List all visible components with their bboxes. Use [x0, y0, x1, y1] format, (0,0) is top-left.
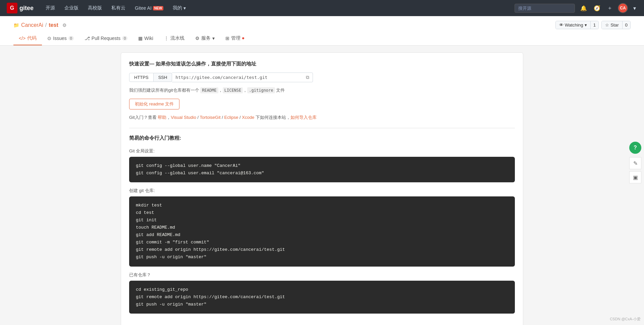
- license-code: LICENSE: [223, 87, 243, 93]
- logo-text: gitee: [19, 5, 34, 12]
- tab-pipeline[interactable]: ⋮ 流水线: [159, 32, 190, 45]
- star-icon: ☆: [605, 22, 609, 28]
- recommend-text: 我们强烈建议所有的git仓库都有一个 README，LICENSE，.gitig…: [129, 87, 515, 94]
- logo-icon: G: [7, 3, 17, 13]
- wiki-icon: ▦: [138, 36, 143, 41]
- star-main-btn[interactable]: ☆ Star: [602, 21, 622, 29]
- tab-manage[interactable]: ⊞ 管理: [220, 32, 250, 45]
- pr-icon: ⎇: [85, 36, 90, 41]
- footer-watermark: CSDN @CxA-小爱: [610, 317, 641, 322]
- tab-service[interactable]: ⚙ 服务 ▾: [190, 32, 220, 45]
- nav-mine[interactable]: 我的 ▾: [169, 3, 190, 13]
- help-float-btn[interactable]: ?: [629, 142, 641, 154]
- nav-right: 🔔 🧭 ＋ CA ▾: [515, 3, 637, 13]
- explore-icon[interactable]: 🧭: [592, 4, 602, 13]
- url-container: ⧉: [172, 73, 313, 82]
- copy-icon[interactable]: ⧉: [306, 75, 309, 80]
- search-input[interactable]: [515, 4, 575, 13]
- import-link[interactable]: 如何导入仓库: [290, 115, 317, 120]
- git-global-code: git config --global user.name "CancerAi"…: [129, 157, 515, 182]
- edit-float-btn[interactable]: ✎: [629, 157, 641, 169]
- xcode-link[interactable]: Xcode: [242, 115, 254, 120]
- notification-bell-icon[interactable]: 🔔: [579, 4, 588, 13]
- manage-dot: [242, 37, 244, 39]
- protocol-selector: HTTPS SSH ⧉: [129, 73, 515, 82]
- repo-tabs: </> 代码 ⊙ Issues 0 ⎇ Pull Requests 0 ▦ Wi…: [13, 32, 631, 45]
- star-count-btn[interactable]: 0: [623, 21, 630, 29]
- tab-issues-label: Issues: [53, 36, 66, 41]
- create-repo-code: mkdir test cd test git init touch README…: [129, 196, 515, 267]
- watch-button: 👁 Watching ▾ 1: [555, 21, 599, 29]
- floating-buttons: ? ✎ ▣: [629, 142, 644, 183]
- nav-open-source[interactable]: 开源: [42, 3, 59, 13]
- add-icon[interactable]: ＋: [606, 3, 614, 13]
- tab-pr-label: Pull Requests: [92, 36, 120, 41]
- service-dropdown-icon: ▾: [212, 36, 215, 41]
- tab-pipeline-label: 流水线: [170, 35, 184, 41]
- gitee-ai-label: Gitee AI: [135, 5, 152, 11]
- readme-code: README: [200, 87, 218, 93]
- watch-main-btn[interactable]: 👁 Watching ▾: [556, 21, 591, 29]
- tab-wiki-label: Wiki: [144, 36, 153, 41]
- existing-repo-title: 已有仓库？: [129, 272, 515, 278]
- quick-setup-card: 快速设置— 如果你知道该怎么操作，直接使用下面的地址 HTTPS SSH ⧉ 我…: [121, 52, 523, 325]
- help-link[interactable]: 帮助: [158, 115, 166, 120]
- tab-manage-label: 管理: [231, 35, 240, 41]
- tab-code[interactable]: </> 代码: [13, 32, 42, 45]
- init-readme-btn[interactable]: 初始化 readme 文件: [129, 99, 179, 109]
- code-icon: </>: [19, 36, 25, 41]
- nav-enterprise[interactable]: 企业版: [60, 3, 83, 13]
- top-navigation: G gitee 开源 企业版 高校版 私有云 Gitee AI NEW 我的 ▾…: [0, 0, 644, 16]
- new-badge: NEW: [153, 6, 163, 10]
- create-repo-title: 创建 git 仓库:: [129, 188, 515, 194]
- breadcrumb: 📁 CancerAi / test ⚙: [13, 22, 67, 28]
- monitor-float-btn[interactable]: ▣: [629, 171, 641, 183]
- divider-1: [129, 128, 515, 128]
- watch-label: Watching: [565, 22, 583, 28]
- visual-studio-link[interactable]: Visual Studio: [171, 115, 196, 120]
- service-icon: ⚙: [195, 36, 200, 41]
- nav-links: 开源 企业版 高校版 私有云 Gitee AI NEW 我的 ▾: [42, 3, 515, 13]
- git-global-title: Git 全局设置:: [129, 148, 515, 154]
- watch-dropdown-icon: ▾: [585, 22, 587, 28]
- manage-icon: ⊞: [225, 36, 229, 41]
- tab-wiki[interactable]: ▦ Wiki: [133, 32, 158, 45]
- git-intro: Git入门？查看 帮助，Visual Studio / TortoiseGit …: [129, 114, 515, 121]
- repo-title-bar: 📁 CancerAi / test ⚙ 👁 Watching ▾ 1 ☆ Sta…: [13, 16, 631, 29]
- breadcrumb-separator: /: [45, 22, 47, 28]
- eye-icon: 👁: [559, 22, 564, 28]
- repo-settings-icon[interactable]: ⚙: [62, 22, 67, 28]
- nav-private-cloud[interactable]: 私有云: [107, 3, 129, 13]
- main-content: 快速设置— 如果你知道该怎么操作，直接使用下面的地址 HTTPS SSH ⧉ 我…: [107, 52, 537, 325]
- issues-icon: ⊙: [47, 36, 51, 41]
- star-label: Star: [610, 22, 619, 28]
- tab-issues[interactable]: ⊙ Issues 0: [42, 32, 79, 45]
- gitignore-code: .gitignore: [247, 87, 275, 93]
- avatar[interactable]: CA: [618, 3, 628, 13]
- mine-dropdown-icon: ▾: [183, 5, 186, 11]
- repo-name-link[interactable]: test: [49, 22, 58, 28]
- tortoisegit-link[interactable]: TortoiseGit: [200, 115, 221, 120]
- nav-gitee-ai[interactable]: Gitee AI NEW: [131, 3, 167, 13]
- nav-university[interactable]: 高校版: [84, 3, 106, 13]
- repo-url-input[interactable]: [175, 75, 304, 80]
- existing-repo-code: cd existing_git_repo git remote add orig…: [129, 281, 515, 314]
- issues-badge: 0: [68, 36, 74, 41]
- repo-header: 📁 CancerAi / test ⚙ 👁 Watching ▾ 1 ☆ Sta…: [0, 16, 644, 46]
- pipeline-icon: ⋮: [164, 36, 169, 41]
- watch-count-btn[interactable]: 1: [591, 21, 598, 29]
- tab-pr[interactable]: ⎇ Pull Requests 0: [79, 32, 133, 45]
- tutorial-title: 简易的命令行入门教程:: [129, 135, 515, 141]
- ssh-btn[interactable]: SSH: [154, 73, 172, 82]
- https-btn[interactable]: HTTPS: [129, 73, 154, 82]
- gitee-logo[interactable]: G gitee: [7, 3, 34, 13]
- pr-badge: 0: [122, 36, 127, 41]
- repo-icon: 📁: [13, 22, 19, 28]
- repo-actions: 👁 Watching ▾ 1 ☆ Star 0: [555, 21, 631, 29]
- tab-service-label: 服务: [201, 35, 211, 41]
- repo-owner-link[interactable]: CancerAi: [21, 22, 43, 28]
- avatar-dropdown-icon[interactable]: ▾: [632, 4, 637, 13]
- star-button: ☆ Star 0: [601, 21, 631, 29]
- quick-setup-title: 快速设置— 如果你知道该怎么操作，直接使用下面的地址: [129, 61, 515, 67]
- eclipse-link[interactable]: Eclipse: [224, 115, 238, 120]
